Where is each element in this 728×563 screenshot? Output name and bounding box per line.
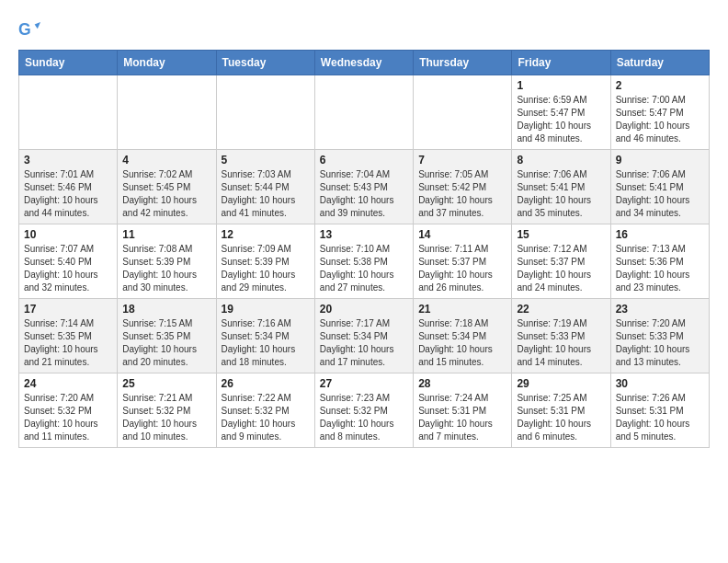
calendar-cell: 14 Sunrise: 7:11 AM Sunset: 5:37 PM Dayl… bbox=[414, 224, 512, 299]
day-info: Sunrise: 7:14 AM Sunset: 5:35 PM Dayligh… bbox=[24, 317, 112, 369]
calendar-cell: 7 Sunrise: 7:05 AM Sunset: 5:42 PM Dayli… bbox=[414, 150, 512, 224]
day-header-saturday: Saturday bbox=[610, 51, 709, 75]
day-number: 9 bbox=[616, 154, 704, 167]
day-number: 19 bbox=[222, 303, 310, 316]
day-info: Sunrise: 7:10 AM Sunset: 5:38 PM Dayligh… bbox=[320, 243, 408, 294]
calendar-cell: 17 Sunrise: 7:14 AM Sunset: 5:35 PM Dayl… bbox=[19, 299, 118, 373]
calendar-cell: 23 Sunrise: 7:20 AM Sunset: 5:33 PM Dayl… bbox=[610, 299, 709, 373]
day-header-friday: Friday bbox=[512, 51, 610, 75]
calendar-cell: 27 Sunrise: 7:23 AM Sunset: 5:32 PM Dayl… bbox=[314, 373, 413, 448]
calendar-cell bbox=[19, 75, 118, 150]
calendar-cell: 19 Sunrise: 7:16 AM Sunset: 5:34 PM Dayl… bbox=[216, 299, 314, 373]
calendar-cell: 22 Sunrise: 7:19 AM Sunset: 5:33 PM Dayl… bbox=[512, 299, 610, 373]
day-info: Sunrise: 7:26 AM Sunset: 5:31 PM Dayligh… bbox=[616, 392, 704, 443]
day-info: Sunrise: 7:06 AM Sunset: 5:41 PM Dayligh… bbox=[517, 168, 605, 220]
calendar-cell: 8 Sunrise: 7:06 AM Sunset: 5:41 PM Dayli… bbox=[512, 150, 610, 224]
day-number: 2 bbox=[616, 79, 704, 92]
day-info: Sunrise: 7:22 AM Sunset: 5:32 PM Dayligh… bbox=[222, 392, 310, 443]
day-number: 5 bbox=[222, 154, 310, 167]
calendar-cell: 13 Sunrise: 7:10 AM Sunset: 5:38 PM Dayl… bbox=[314, 224, 413, 299]
day-info: Sunrise: 7:17 AM Sunset: 5:34 PM Dayligh… bbox=[320, 317, 408, 369]
calendar-cell bbox=[314, 75, 413, 150]
calendar-cell: 29 Sunrise: 7:25 AM Sunset: 5:31 PM Dayl… bbox=[512, 373, 610, 448]
day-info: Sunrise: 7:11 AM Sunset: 5:37 PM Dayligh… bbox=[418, 243, 506, 294]
calendar-cell: 15 Sunrise: 7:12 AM Sunset: 5:37 PM Dayl… bbox=[512, 224, 610, 299]
day-info: Sunrise: 7:13 AM Sunset: 5:36 PM Dayligh… bbox=[616, 243, 704, 294]
day-info: Sunrise: 7:12 AM Sunset: 5:37 PM Dayligh… bbox=[517, 243, 605, 294]
day-info: Sunrise: 7:02 AM Sunset: 5:45 PM Dayligh… bbox=[122, 168, 210, 220]
day-number: 1 bbox=[517, 79, 605, 92]
day-number: 23 bbox=[616, 303, 704, 316]
svg-text:G: G bbox=[18, 20, 31, 39]
day-info: Sunrise: 7:15 AM Sunset: 5:35 PM Dayligh… bbox=[122, 317, 210, 369]
logo-icon: G bbox=[18, 18, 40, 40]
day-header-thursday: Thursday bbox=[414, 51, 512, 75]
calendar-cell: 1 Sunrise: 6:59 AM Sunset: 5:47 PM Dayli… bbox=[512, 75, 610, 150]
calendar-cell: 16 Sunrise: 7:13 AM Sunset: 5:36 PM Dayl… bbox=[610, 224, 709, 299]
day-number: 24 bbox=[24, 377, 112, 390]
day-info: Sunrise: 7:00 AM Sunset: 5:47 PM Dayligh… bbox=[616, 94, 704, 145]
day-number: 29 bbox=[517, 377, 605, 390]
day-number: 26 bbox=[222, 377, 310, 390]
day-info: Sunrise: 7:24 AM Sunset: 5:31 PM Dayligh… bbox=[418, 392, 506, 443]
day-number: 16 bbox=[616, 228, 704, 241]
day-number: 8 bbox=[517, 154, 605, 167]
day-info: Sunrise: 7:16 AM Sunset: 5:34 PM Dayligh… bbox=[222, 317, 310, 369]
day-number: 21 bbox=[418, 303, 506, 316]
day-info: Sunrise: 7:18 AM Sunset: 5:34 PM Dayligh… bbox=[418, 317, 506, 369]
day-info: Sunrise: 7:05 AM Sunset: 5:42 PM Dayligh… bbox=[418, 168, 506, 220]
day-number: 4 bbox=[122, 154, 210, 167]
day-number: 7 bbox=[418, 154, 506, 167]
calendar-cell: 30 Sunrise: 7:26 AM Sunset: 5:31 PM Dayl… bbox=[610, 373, 709, 448]
calendar-cell: 12 Sunrise: 7:09 AM Sunset: 5:39 PM Dayl… bbox=[216, 224, 314, 299]
calendar-cell: 11 Sunrise: 7:08 AM Sunset: 5:39 PM Dayl… bbox=[118, 224, 216, 299]
day-info: Sunrise: 7:19 AM Sunset: 5:33 PM Dayligh… bbox=[517, 317, 605, 369]
day-info: Sunrise: 7:23 AM Sunset: 5:32 PM Dayligh… bbox=[320, 392, 408, 443]
header-section: G bbox=[18, 18, 710, 40]
day-number: 13 bbox=[320, 228, 408, 241]
calendar-cell: 2 Sunrise: 7:00 AM Sunset: 5:47 PM Dayli… bbox=[610, 75, 709, 150]
day-info: Sunrise: 6:59 AM Sunset: 5:47 PM Dayligh… bbox=[517, 94, 605, 145]
day-number: 11 bbox=[122, 228, 210, 241]
calendar-cell: 26 Sunrise: 7:22 AM Sunset: 5:32 PM Dayl… bbox=[216, 373, 314, 448]
calendar-cell: 18 Sunrise: 7:15 AM Sunset: 5:35 PM Dayl… bbox=[118, 299, 216, 373]
day-number: 15 bbox=[517, 228, 605, 241]
logo[interactable]: G bbox=[18, 18, 44, 40]
day-number: 25 bbox=[122, 377, 210, 390]
calendar-cell bbox=[216, 75, 314, 150]
day-number: 27 bbox=[320, 377, 408, 390]
day-info: Sunrise: 7:20 AM Sunset: 5:32 PM Dayligh… bbox=[24, 392, 112, 443]
day-info: Sunrise: 7:08 AM Sunset: 5:39 PM Dayligh… bbox=[122, 243, 210, 294]
calendar-cell bbox=[118, 75, 216, 150]
day-info: Sunrise: 7:07 AM Sunset: 5:40 PM Dayligh… bbox=[24, 243, 112, 294]
day-info: Sunrise: 7:01 AM Sunset: 5:46 PM Dayligh… bbox=[24, 168, 112, 220]
calendar-cell: 28 Sunrise: 7:24 AM Sunset: 5:31 PM Dayl… bbox=[414, 373, 512, 448]
calendar-cell: 10 Sunrise: 7:07 AM Sunset: 5:40 PM Dayl… bbox=[19, 224, 118, 299]
day-number: 20 bbox=[320, 303, 408, 316]
day-info: Sunrise: 7:06 AM Sunset: 5:41 PM Dayligh… bbox=[616, 168, 704, 220]
day-number: 30 bbox=[616, 377, 704, 390]
day-number: 28 bbox=[418, 377, 506, 390]
svg-marker-1 bbox=[35, 22, 40, 29]
calendar-cell: 9 Sunrise: 7:06 AM Sunset: 5:41 PM Dayli… bbox=[610, 150, 709, 224]
calendar-cell: 21 Sunrise: 7:18 AM Sunset: 5:34 PM Dayl… bbox=[414, 299, 512, 373]
day-number: 3 bbox=[24, 154, 112, 167]
day-number: 6 bbox=[320, 154, 408, 167]
day-info: Sunrise: 7:04 AM Sunset: 5:43 PM Dayligh… bbox=[320, 168, 408, 220]
calendar-cell: 4 Sunrise: 7:02 AM Sunset: 5:45 PM Dayli… bbox=[118, 150, 216, 224]
calendar-cell: 6 Sunrise: 7:04 AM Sunset: 5:43 PM Dayli… bbox=[314, 150, 413, 224]
calendar-cell bbox=[414, 75, 512, 150]
day-info: Sunrise: 7:09 AM Sunset: 5:39 PM Dayligh… bbox=[222, 243, 310, 294]
calendar-cell: 5 Sunrise: 7:03 AM Sunset: 5:44 PM Dayli… bbox=[216, 150, 314, 224]
day-header-wednesday: Wednesday bbox=[314, 51, 413, 75]
day-header-monday: Monday bbox=[118, 51, 216, 75]
calendar-cell: 3 Sunrise: 7:01 AM Sunset: 5:46 PM Dayli… bbox=[19, 150, 118, 224]
day-number: 10 bbox=[24, 228, 112, 241]
day-header-tuesday: Tuesday bbox=[216, 51, 314, 75]
day-number: 17 bbox=[24, 303, 112, 316]
day-info: Sunrise: 7:21 AM Sunset: 5:32 PM Dayligh… bbox=[122, 392, 210, 443]
day-number: 12 bbox=[222, 228, 310, 241]
calendar-table: SundayMondayTuesdayWednesdayThursdayFrid… bbox=[18, 50, 710, 448]
calendar-cell: 24 Sunrise: 7:20 AM Sunset: 5:32 PM Dayl… bbox=[19, 373, 118, 448]
calendar-cell: 20 Sunrise: 7:17 AM Sunset: 5:34 PM Dayl… bbox=[314, 299, 413, 373]
